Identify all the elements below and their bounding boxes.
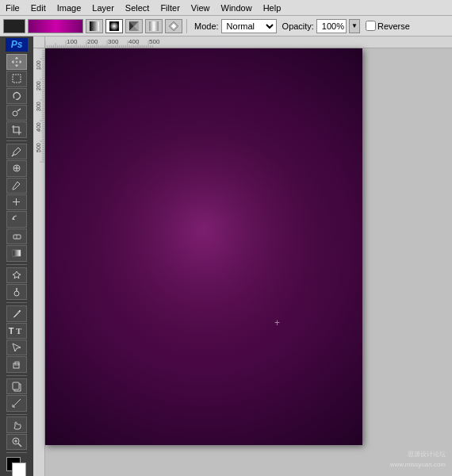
svg-line-13: [12, 155, 13, 156]
photoshop-canvas[interactable]: [45, 48, 362, 445]
color-swatch[interactable]: [3, 19, 25, 33]
menu-edit[interactable]: Edit: [25, 2, 52, 14]
mode-label: Mode:: [194, 21, 219, 31]
toolbox: Ps: [0, 36, 33, 476]
svg-rect-0: [90, 21, 99, 31]
menubar: File Edit Image Layer Select Filter View…: [0, 0, 452, 16]
toolbox-separator-4: [6, 375, 27, 376]
svg-point-11: [13, 111, 17, 116]
menu-filter[interactable]: Filter: [155, 2, 185, 14]
ps-logo: Ps: [6, 38, 28, 52]
tool-path-select[interactable]: [6, 340, 27, 355]
svg-rect-25: [13, 363, 19, 368]
tool-eraser[interactable]: [6, 228, 27, 244]
menu-help[interactable]: Help: [258, 2, 287, 14]
svg-point-9: [16, 61, 17, 63]
svg-point-21: [14, 291, 19, 296]
tool-history-brush[interactable]: [6, 211, 27, 227]
tool-move[interactable]: [6, 54, 27, 70]
ruler-horizontal: [45, 36, 452, 48]
svg-line-32: [18, 443, 21, 447]
tool-pen[interactable]: [6, 305, 27, 321]
tool-hand[interactable]: [6, 416, 27, 432]
svg-rect-10: [13, 75, 21, 83]
gradient-diamond-btn[interactable]: [165, 19, 182, 33]
svg-marker-17: [13, 217, 15, 220]
background-color-box[interactable]: [12, 463, 26, 476]
tool-zoom[interactable]: [6, 434, 27, 450]
ruler-vertical: [33, 48, 45, 476]
tool-gradient[interactable]: [6, 245, 27, 261]
tool-healing[interactable]: [6, 160, 27, 176]
gradient-linear-btn[interactable]: [86, 19, 103, 33]
gradient-reflected-btn[interactable]: [145, 19, 163, 33]
tool-blur[interactable]: [6, 267, 27, 283]
svg-line-28: [13, 399, 21, 407]
opacity-input[interactable]: [316, 19, 347, 33]
tool-shape[interactable]: [6, 356, 27, 372]
svg-point-23: [19, 310, 21, 312]
toolbar-separator-1: [186, 19, 187, 33]
tool-crop[interactable]: [6, 121, 27, 137]
tool-eyedropper[interactable]: [6, 144, 27, 159]
menu-layer[interactable]: Layer: [86, 2, 120, 14]
svg-rect-20: [13, 250, 21, 256]
opacity-label: Opacity:: [282, 21, 314, 31]
reverse-checkbox-area: Reverse: [366, 21, 410, 31]
toolbox-separator-1: [6, 140, 27, 141]
menu-select[interactable]: Select: [120, 2, 155, 14]
canvas-wrapper: 思源设计论坛 www.missyuan.com +: [33, 36, 452, 476]
tool-marquee[interactable]: [6, 71, 27, 86]
main-area: Ps: [0, 36, 452, 476]
gradient-radial-btn[interactable]: [105, 19, 123, 33]
tool-notes[interactable]: [6, 378, 27, 394]
toolbox-separator-5: [6, 414, 27, 415]
color-boxes: [6, 457, 27, 474]
menu-image[interactable]: Image: [52, 2, 87, 14]
toolbox-separator-6: [6, 452, 27, 453]
menu-file[interactable]: File: [0, 2, 25, 14]
tool-dodge[interactable]: [6, 284, 27, 300]
svg-rect-1: [109, 21, 119, 31]
toolbox-separator-2: [6, 264, 27, 265]
menu-view[interactable]: View: [186, 2, 216, 14]
gradient-preview[interactable]: [28, 19, 83, 33]
tool-lasso[interactable]: [6, 88, 27, 104]
tool-measure[interactable]: [6, 395, 27, 411]
watermark: 思源设计论坛 www.missyuan.com: [390, 449, 446, 470]
gradient-angle-btn[interactable]: [125, 19, 143, 33]
tool-quick-select[interactable]: [6, 105, 27, 121]
tool-text[interactable]: T T: [6, 323, 27, 339]
ruler-corner: [33, 36, 45, 48]
reverse-label: Reverse: [377, 21, 410, 31]
toolbox-separator-3: [6, 302, 27, 303]
mode-dropdown[interactable]: Normal Dissolve Multiply: [221, 19, 277, 33]
tool-brush[interactable]: [6, 178, 27, 194]
reverse-checkbox[interactable]: [366, 21, 376, 31]
svg-rect-27: [13, 382, 19, 390]
svg-text:T: T: [16, 326, 22, 336]
toolbar: Mode: Normal Dissolve Multiply Opacity: …: [0, 16, 452, 36]
tool-clone[interactable]: [6, 194, 27, 210]
opacity-arrow-btn[interactable]: ▼: [349, 19, 360, 33]
svg-rect-18: [13, 235, 21, 239]
svg-line-12: [17, 109, 21, 111]
menu-window[interactable]: Window: [216, 2, 258, 14]
svg-rect-6: [149, 21, 159, 31]
